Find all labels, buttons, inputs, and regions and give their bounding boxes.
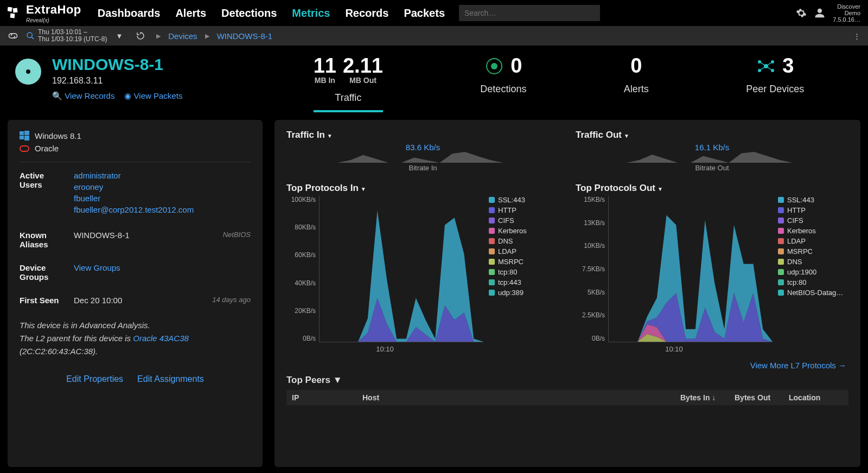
nav-records[interactable]: Records [345,7,388,20]
time-range-picker[interactable]: Thu 1/03·10:01 –Thu 1/03·10:19 (UTC-8) ▼ [26,29,123,43]
crumb-current[interactable]: WINDOWS-8-1 [217,31,273,41]
bitrate-in-sparkline [286,152,503,163]
version-info: DiscoverDemo7.5.0.16… [833,3,860,23]
legend-item[interactable]: MSRPC [778,247,848,255]
proto-out-chart[interactable]: 15KB/s13KB/s10KB/s7.5KB/s5KB/s2.5KB/s0B/… [576,196,773,353]
logo-subtext: Reveal(x) [26,17,81,23]
legend-item[interactable]: tcp:80 [489,268,559,276]
legend-item[interactable]: HTTP [489,206,559,214]
col-location[interactable]: Location [789,393,843,402]
legend-item[interactable]: LDAP [489,247,559,255]
stat-traffic[interactable]: 11MB In 2.11MB Out Traffic [314,55,383,112]
top-peers-title[interactable]: Top Peers ▼ [286,375,848,386]
svg-rect-2 [10,14,15,18]
view-records-link[interactable]: 🔍 View Records [52,91,114,101]
chevron-down-icon: ▼ [333,375,342,385]
svg-rect-1 [12,8,17,12]
legend-item[interactable]: tcp:443 [489,278,559,286]
crumb-sep-icon: ▶ [156,33,161,40]
svg-rect-19 [24,136,29,140]
legend-item[interactable]: NetBIOS-Datag… [778,289,848,297]
svg-rect-0 [8,7,12,12]
legend-item[interactable]: udp:1900 [778,268,848,276]
crumb-devices[interactable]: Devices [168,31,197,41]
svg-point-3 [27,33,32,37]
proto-in-legend: SSL:443HTTPCIFSKerberosDNSLDAPMSRPCtcp:8… [489,196,559,353]
legend-item[interactable]: SSL:443 [489,196,559,204]
bitrate-out-value: 16.1 Kb/s [576,143,848,152]
view-more-protocols-link[interactable]: View More L7 Protocols → [750,361,846,370]
legend-item[interactable]: Kerberos [489,227,559,235]
col-bytes-in[interactable]: Bytes In ↓ [680,393,735,402]
legend-item[interactable]: DNS [778,258,848,266]
proto-out-title[interactable]: Top Protocols Out▼ [576,183,848,194]
bitrate-out-sparkline [576,152,793,163]
active-users-list: administratorerooneyfbuellerfbueller@cor… [74,171,251,216]
peers-table-header: IP Host Bytes In ↓ Bytes Out Location [286,390,848,405]
user-link[interactable]: erooney [74,182,251,191]
col-host[interactable]: Host [362,393,680,402]
legend-item[interactable]: CIFS [489,216,559,225]
bitrate-out-label: Bitrate Out [576,164,848,172]
view-packets-link[interactable]: ◉ View Packets [124,91,182,101]
nav-metrics[interactable]: Metrics [292,7,330,20]
legend-item[interactable]: MSRPC [489,258,559,266]
chevron-down-icon: ▼ [624,133,629,139]
svg-rect-18 [20,136,24,139]
edit-properties-link[interactable]: Edit Properties [66,374,123,384]
device-header: WINDOWS-8-1 192.168.3.11 🔍 View Records … [0,46,868,112]
stat-alerts[interactable]: 0 Alerts [624,55,649,112]
legend-item[interactable]: DNS [489,237,559,245]
traffic-in-title[interactable]: Traffic In▼ [286,130,559,140]
link-icon[interactable] [8,32,18,40]
l2-parent-link[interactable]: Oracle 43AC38 [133,334,189,343]
logo-icon [8,7,23,19]
logo[interactable]: ExtraHop Reveal(x) [8,3,81,23]
device-ip: 192.168.3.11 [52,76,182,86]
svg-line-12 [760,62,766,66]
charts-panel: Traffic In▼ 83.6 Kb/s Bitrate In Traffic… [275,120,860,467]
view-groups-link[interactable]: View Groups [74,263,251,272]
legend-item[interactable]: LDAP [778,237,848,245]
kebab-icon[interactable]: ⋮ [853,32,860,40]
user-link[interactable]: fbueller@corp2012.test2012.com [74,205,251,214]
vendor-name: Oracle [35,144,59,153]
device-info-panel: Windows 8.1 Oracle Active Users administ… [8,120,263,467]
crumb-sep-icon: ▶ [205,33,209,40]
chevron-down-icon: ▼ [658,186,663,192]
legend-item[interactable]: CIFS [778,216,848,225]
col-ip[interactable]: IP [292,393,362,402]
stat-detections[interactable]: 0 Detections [480,55,526,112]
legend-item[interactable]: udp:389 [489,289,559,297]
nav-alerts[interactable]: Alerts [175,7,206,20]
stat-peers[interactable]: 3 Peer Devices [746,55,804,112]
legend-item[interactable]: tcp:80 [778,278,848,286]
search-icon: 🔍 [52,91,65,100]
user-icon[interactable] [814,8,825,18]
nav-dashboards[interactable]: Dashboards [98,7,161,20]
search-input[interactable] [459,5,600,21]
legend-item[interactable]: HTTP [778,206,848,214]
sub-bar: Thu 1/03·10:01 –Thu 1/03·10:19 (UTC-8) ▼… [0,26,868,46]
nav-detections[interactable]: Detections [221,7,277,20]
traffic-out-title[interactable]: Traffic Out▼ [576,130,848,140]
col-bytes-out[interactable]: Bytes Out [735,393,789,402]
edit-assignments-link[interactable]: Edit Assignments [137,374,204,384]
svg-line-4 [31,37,34,39]
svg-line-13 [766,62,773,66]
proto-out-legend: SSL:443HTTPCIFSKerberosLDAPMSRPCDNSudp:1… [778,196,848,353]
legend-item[interactable]: Kerberos [778,227,848,235]
arrow-right-icon: → [838,361,846,370]
device-status-dot [15,59,41,85]
undo-icon[interactable] [136,31,145,41]
alias-type: NetBIOS [223,231,251,249]
gear-icon[interactable] [796,8,807,18]
user-link[interactable]: administrator [74,171,251,180]
nav-packets[interactable]: Packets [404,7,445,20]
legend-item[interactable]: SSL:443 [778,196,848,204]
proto-in-title[interactable]: Top Protocols In▼ [286,183,559,194]
user-link[interactable]: fbueller [74,194,251,203]
nav-items: Dashboards Alerts Detections Metrics Rec… [98,7,445,20]
proto-in-chart[interactable]: 100KB/s80KB/s60KB/s40KB/s20KB/s0B/s 10:1… [286,196,483,353]
oracle-icon [20,145,29,152]
